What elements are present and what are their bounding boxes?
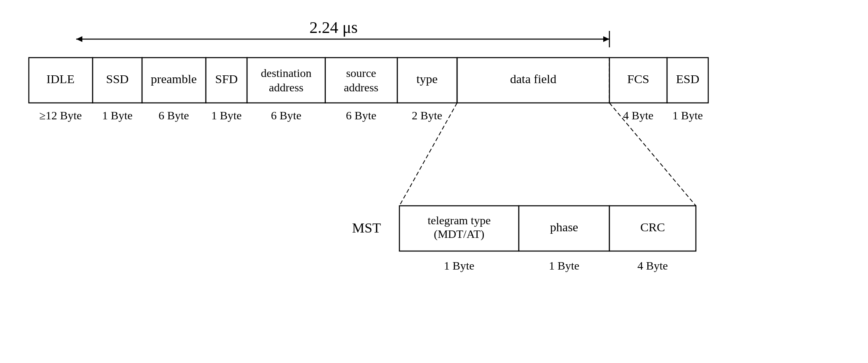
ssd-size: 1 Byte bbox=[102, 109, 133, 122]
diagram-svg: 2.24 μs IDLE SSD preamble SFD destinatio… bbox=[0, 0, 868, 363]
phase-label: phase bbox=[550, 220, 578, 234]
esd-size: 1 Byte bbox=[672, 109, 703, 122]
fcs-label: FCS bbox=[627, 72, 649, 86]
type-size: 2 Byte bbox=[412, 109, 442, 122]
preamble-label: preamble bbox=[151, 72, 197, 86]
data-field-label: data field bbox=[510, 72, 556, 86]
esd-label: ESD bbox=[676, 72, 700, 86]
idle-size: ≥12 Byte bbox=[39, 109, 82, 122]
time-label: 2.24 μs bbox=[309, 18, 357, 37]
telegram-type-size: 1 Byte bbox=[444, 259, 474, 272]
src-addr-size: 6 Byte bbox=[346, 109, 376, 122]
fcs-size: 4 Byte bbox=[623, 109, 653, 122]
telegram-type-label2: (MDT/AT) bbox=[434, 228, 485, 240]
sfd-size: 1 Byte bbox=[211, 109, 242, 122]
idle-label: IDLE bbox=[47, 72, 75, 86]
type-label: type bbox=[416, 72, 438, 86]
dest-addr-label2: address bbox=[269, 81, 303, 94]
src-addr-label2: address bbox=[344, 81, 378, 94]
phase-size: 1 Byte bbox=[549, 259, 579, 272]
mst-label: MST bbox=[352, 220, 381, 235]
src-addr-field bbox=[325, 58, 397, 103]
diagram-container: 2.24 μs IDLE SSD preamble SFD destinatio… bbox=[0, 0, 868, 363]
dest-addr-size: 6 Byte bbox=[271, 109, 301, 122]
ssd-label: SSD bbox=[106, 72, 128, 86]
sfd-label: SFD bbox=[215, 72, 238, 86]
dest-addr-label: destination bbox=[261, 67, 312, 79]
src-addr-label: source bbox=[346, 67, 376, 79]
preamble-size: 6 Byte bbox=[159, 109, 189, 122]
crc-size: 4 Byte bbox=[637, 259, 668, 272]
svg-rect-0 bbox=[0, 0, 868, 363]
dest-addr-field bbox=[247, 58, 325, 103]
telegram-type-label: telegram type bbox=[427, 214, 490, 227]
crc-label: CRC bbox=[640, 220, 665, 234]
